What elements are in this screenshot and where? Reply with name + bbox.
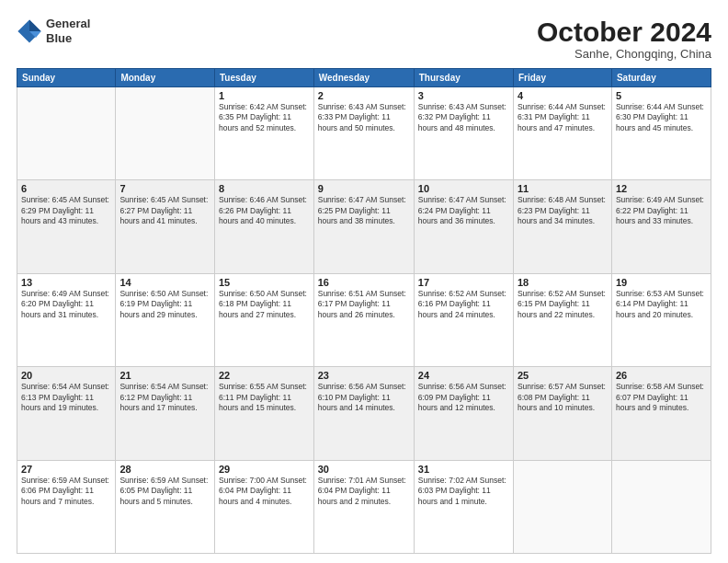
calendar-cell: 20Sunrise: 6:54 AM Sunset: 6:13 PM Dayli…: [17, 367, 116, 460]
day-info: Sunrise: 6:50 AM Sunset: 6:19 PM Dayligh…: [119, 289, 210, 320]
logo-line2: Blue: [46, 31, 90, 46]
month-title: October 2024: [537, 17, 711, 47]
calendar-cell: 19Sunrise: 6:53 AM Sunset: 6:14 PM Dayli…: [611, 273, 711, 366]
day-number: 27: [21, 464, 111, 475]
calendar-week-row: 20Sunrise: 6:54 AM Sunset: 6:13 PM Dayli…: [17, 367, 711, 460]
day-info: Sunrise: 6:54 AM Sunset: 6:13 PM Dayligh…: [21, 382, 111, 413]
day-number: 9: [318, 183, 410, 194]
header: General Blue October 2024 Sanhe, Chongqi…: [17, 17, 711, 61]
calendar-cell: 30Sunrise: 7:01 AM Sunset: 6:04 PM Dayli…: [313, 460, 414, 553]
logo-text: General Blue: [46, 17, 90, 45]
day-number: 7: [119, 183, 210, 194]
calendar-cell: 26Sunrise: 6:58 AM Sunset: 6:07 PM Dayli…: [611, 367, 711, 460]
day-info: Sunrise: 6:58 AM Sunset: 6:07 PM Dayligh…: [616, 382, 707, 413]
calendar-table: SundayMondayTuesdayWednesdayThursdayFrid…: [17, 68, 711, 554]
logo-icon: [17, 18, 42, 44]
calendar-cell: 12Sunrise: 6:49 AM Sunset: 6:22 PM Dayli…: [611, 180, 711, 273]
calendar-week-row: 13Sunrise: 6:49 AM Sunset: 6:20 PM Dayli…: [17, 273, 711, 366]
day-info: Sunrise: 6:52 AM Sunset: 6:15 PM Dayligh…: [518, 289, 608, 320]
calendar-cell: 31Sunrise: 7:02 AM Sunset: 6:03 PM Dayli…: [414, 460, 513, 553]
day-number: 5: [616, 90, 707, 101]
calendar-cell: [513, 460, 611, 553]
day-info: Sunrise: 7:01 AM Sunset: 6:04 PM Dayligh…: [318, 476, 410, 507]
day-number: 4: [518, 90, 608, 101]
calendar-cell: 7Sunrise: 6:45 AM Sunset: 6:27 PM Daylig…: [116, 180, 215, 273]
location-subtitle: Sanhe, Chongqing, China: [537, 47, 711, 61]
day-info: Sunrise: 6:55 AM Sunset: 6:11 PM Dayligh…: [219, 382, 310, 413]
calendar-cell: 18Sunrise: 6:52 AM Sunset: 6:15 PM Dayli…: [513, 273, 611, 366]
weekday-header-thursday: Thursday: [414, 69, 513, 87]
calendar-cell: 6Sunrise: 6:45 AM Sunset: 6:29 PM Daylig…: [17, 180, 116, 273]
day-info: Sunrise: 6:57 AM Sunset: 6:08 PM Dayligh…: [518, 382, 608, 413]
day-number: 20: [21, 370, 111, 381]
day-number: 14: [119, 277, 210, 288]
day-number: 31: [418, 464, 509, 475]
calendar-cell: 23Sunrise: 6:56 AM Sunset: 6:10 PM Dayli…: [313, 367, 414, 460]
calendar-week-row: 1Sunrise: 6:42 AM Sunset: 6:35 PM Daylig…: [17, 87, 711, 180]
calendar-cell: 9Sunrise: 6:47 AM Sunset: 6:25 PM Daylig…: [313, 180, 414, 273]
day-info: Sunrise: 6:46 AM Sunset: 6:26 PM Dayligh…: [219, 195, 310, 226]
day-number: 2: [318, 90, 410, 101]
day-number: 8: [219, 183, 310, 194]
calendar-cell: 10Sunrise: 6:47 AM Sunset: 6:24 PM Dayli…: [414, 180, 513, 273]
day-info: Sunrise: 6:53 AM Sunset: 6:14 PM Dayligh…: [616, 289, 707, 320]
day-number: 28: [119, 464, 210, 475]
day-number: 29: [219, 464, 310, 475]
weekday-header-row: SundayMondayTuesdayWednesdayThursdayFrid…: [17, 69, 711, 87]
day-number: 6: [21, 183, 111, 194]
day-info: Sunrise: 6:47 AM Sunset: 6:25 PM Dayligh…: [318, 195, 410, 226]
day-number: 3: [418, 90, 509, 101]
day-info: Sunrise: 6:52 AM Sunset: 6:16 PM Dayligh…: [418, 289, 509, 320]
day-info: Sunrise: 7:02 AM Sunset: 6:03 PM Dayligh…: [418, 476, 509, 507]
day-info: Sunrise: 6:48 AM Sunset: 6:23 PM Dayligh…: [518, 195, 608, 226]
calendar-cell: 28Sunrise: 6:59 AM Sunset: 6:05 PM Dayli…: [116, 460, 215, 553]
calendar-cell: [116, 87, 215, 180]
calendar-cell: 3Sunrise: 6:43 AM Sunset: 6:32 PM Daylig…: [414, 87, 513, 180]
calendar-cell: 25Sunrise: 6:57 AM Sunset: 6:08 PM Dayli…: [513, 367, 611, 460]
day-number: 10: [418, 183, 509, 194]
day-info: Sunrise: 6:49 AM Sunset: 6:22 PM Dayligh…: [616, 195, 707, 226]
day-number: 23: [318, 370, 410, 381]
day-info: Sunrise: 6:42 AM Sunset: 6:35 PM Dayligh…: [219, 102, 310, 133]
day-info: Sunrise: 7:00 AM Sunset: 6:04 PM Dayligh…: [219, 476, 310, 507]
day-number: 17: [418, 277, 509, 288]
calendar-cell: 11Sunrise: 6:48 AM Sunset: 6:23 PM Dayli…: [513, 180, 611, 273]
weekday-header-tuesday: Tuesday: [214, 69, 313, 87]
day-info: Sunrise: 6:54 AM Sunset: 6:12 PM Dayligh…: [119, 382, 210, 413]
day-info: Sunrise: 6:43 AM Sunset: 6:32 PM Dayligh…: [418, 102, 509, 133]
day-info: Sunrise: 6:45 AM Sunset: 6:27 PM Dayligh…: [119, 195, 210, 226]
calendar-cell: [611, 460, 711, 553]
weekday-header-monday: Monday: [116, 69, 215, 87]
day-info: Sunrise: 6:44 AM Sunset: 6:31 PM Dayligh…: [518, 102, 608, 133]
day-number: 19: [616, 277, 707, 288]
calendar-cell: 1Sunrise: 6:42 AM Sunset: 6:35 PM Daylig…: [214, 87, 313, 180]
day-info: Sunrise: 6:56 AM Sunset: 6:10 PM Dayligh…: [318, 382, 410, 413]
calendar-cell: 15Sunrise: 6:50 AM Sunset: 6:18 PM Dayli…: [214, 273, 313, 366]
calendar-cell: 4Sunrise: 6:44 AM Sunset: 6:31 PM Daylig…: [513, 87, 611, 180]
day-number: 1: [219, 90, 310, 101]
day-number: 15: [219, 277, 310, 288]
svg-marker-1: [29, 19, 41, 31]
weekday-header-saturday: Saturday: [611, 69, 711, 87]
logo-line1: General: [46, 17, 90, 31]
day-number: 24: [418, 370, 509, 381]
calendar-cell: [17, 87, 116, 180]
page: General Blue October 2024 Sanhe, Chongqi…: [0, 0, 728, 563]
day-info: Sunrise: 6:43 AM Sunset: 6:33 PM Dayligh…: [318, 102, 410, 133]
calendar-cell: 17Sunrise: 6:52 AM Sunset: 6:16 PM Dayli…: [414, 273, 513, 366]
day-number: 21: [119, 370, 210, 381]
title-block: October 2024 Sanhe, Chongqing, China: [537, 17, 711, 61]
day-number: 16: [318, 277, 410, 288]
calendar-cell: 14Sunrise: 6:50 AM Sunset: 6:19 PM Dayli…: [116, 273, 215, 366]
calendar-cell: 13Sunrise: 6:49 AM Sunset: 6:20 PM Dayli…: [17, 273, 116, 366]
day-number: 13: [21, 277, 111, 288]
day-info: Sunrise: 6:59 AM Sunset: 6:06 PM Dayligh…: [21, 476, 111, 507]
logo: General Blue: [17, 17, 90, 45]
calendar-week-row: 27Sunrise: 6:59 AM Sunset: 6:06 PM Dayli…: [17, 460, 711, 553]
day-info: Sunrise: 6:51 AM Sunset: 6:17 PM Dayligh…: [318, 289, 410, 320]
day-info: Sunrise: 6:49 AM Sunset: 6:20 PM Dayligh…: [21, 289, 111, 320]
day-number: 11: [518, 183, 608, 194]
weekday-header-sunday: Sunday: [17, 69, 116, 87]
day-number: 22: [219, 370, 310, 381]
calendar-cell: 16Sunrise: 6:51 AM Sunset: 6:17 PM Dayli…: [313, 273, 414, 366]
